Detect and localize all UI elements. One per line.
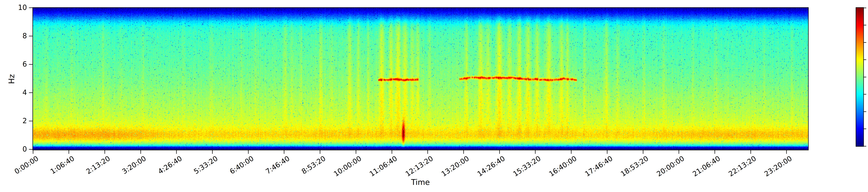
x-tick-mark	[643, 150, 643, 154]
x-tick-mark	[141, 150, 141, 154]
x-tick-mark	[750, 150, 751, 154]
colorbar-tick-mark	[864, 8, 866, 8]
y-tick-label: 0	[6, 146, 27, 153]
x-tick-mark	[320, 150, 320, 154]
x-tick-label: 14:26:40	[476, 154, 506, 178]
x-axis-label: Time	[411, 178, 430, 187]
x-tick-label: 10:00:00	[332, 154, 363, 178]
colorbar-tick-mark	[864, 25, 866, 25]
colorbar-tick-mark	[864, 42, 866, 43]
y-tick-label: 2	[6, 117, 27, 124]
x-tick-mark	[607, 150, 608, 154]
x-tick-mark	[786, 150, 787, 154]
x-tick-mark	[499, 150, 500, 154]
y-tick-mark	[29, 7, 32, 8]
x-tick-mark	[427, 150, 428, 154]
x-tick-label: 23:20:00	[763, 154, 793, 178]
y-tick-label: 10	[6, 4, 27, 11]
x-tick-label: 3:20:00	[121, 154, 147, 176]
x-tick-mark	[715, 150, 715, 154]
x-tick-mark	[392, 150, 392, 154]
colorbar-tick-mark	[864, 146, 866, 146]
x-tick-label: 0:00:00	[13, 154, 40, 176]
y-tick-label: 4	[6, 89, 27, 96]
x-tick-mark	[212, 150, 213, 154]
x-tick-mark	[33, 150, 33, 154]
x-tick-label: 4:26:40	[157, 154, 183, 176]
x-tick-mark	[248, 150, 249, 154]
x-tick-mark	[535, 150, 535, 154]
x-tick-mark	[104, 150, 105, 154]
x-tick-label: 17:46:40	[584, 154, 614, 178]
x-tick-mark	[176, 150, 177, 154]
x-tick-mark	[284, 150, 284, 154]
spectrogram-canvas	[33, 8, 808, 150]
colorbar-tick-mark	[864, 129, 866, 129]
y-tick-mark	[29, 92, 32, 93]
colorbar-tick-mark	[864, 77, 866, 77]
x-tick-label: 6:40:00	[228, 154, 255, 176]
x-tick-mark	[463, 150, 464, 154]
x-tick-label: 2:13:20	[85, 154, 112, 176]
x-tick-label: 13:20:00	[440, 154, 470, 178]
x-tick-mark	[571, 150, 571, 154]
y-axis-label: Hz	[7, 74, 16, 84]
x-tick-label: 12:13:20	[404, 154, 435, 178]
x-tick-mark	[679, 150, 679, 154]
colorbar-tick-mark	[864, 94, 866, 94]
x-tick-label: 18:53:20	[619, 154, 650, 178]
colorbar-gradient	[856, 8, 863, 146]
y-tick-mark	[29, 64, 32, 65]
x-tick-label: 8:53:20	[300, 154, 327, 176]
y-tick-mark	[29, 149, 32, 149]
y-tick-label: 8	[6, 32, 27, 39]
x-tick-label: 20:00:00	[655, 154, 686, 178]
colorbar-tick-mark	[864, 59, 866, 60]
spectrogram-figure: 0:00:001:06:402:13:203:20:004:26:405:33:…	[0, 0, 868, 192]
x-tick-mark	[356, 150, 356, 154]
x-tick-mark	[69, 150, 69, 154]
x-tick-label: 7:46:40	[264, 154, 291, 176]
y-tick-label: 6	[6, 61, 27, 67]
x-tick-label: 21:06:40	[691, 154, 722, 178]
x-tick-label: 1:06:40	[49, 154, 75, 176]
x-tick-label: 5:33:20	[192, 154, 219, 176]
x-tick-label: 11:06:40	[368, 154, 399, 178]
x-tick-label: 15:33:20	[512, 154, 542, 178]
y-tick-mark	[29, 36, 32, 36]
x-tick-label: 16:40:00	[548, 154, 578, 178]
plot-area	[32, 7, 809, 150]
x-tick-label: 22:13:20	[727, 154, 757, 178]
colorbar	[856, 7, 864, 147]
y-tick-mark	[29, 121, 32, 121]
colorbar-tick-mark	[864, 111, 866, 112]
